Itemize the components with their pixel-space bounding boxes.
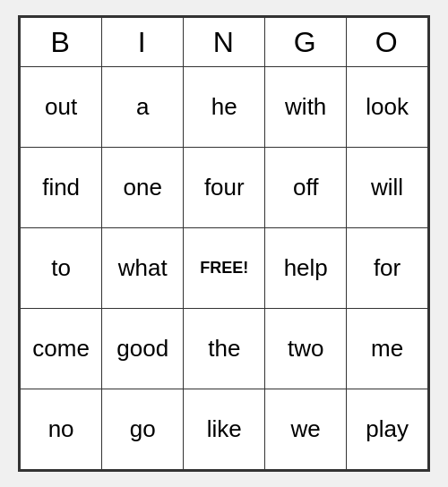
table-cell: four <box>184 148 265 228</box>
table-cell: help <box>265 228 347 309</box>
table-cell: go <box>102 389 184 470</box>
table-cell: good <box>102 309 184 389</box>
header-n: N <box>184 18 265 67</box>
table-cell: look <box>347 67 428 148</box>
table-cell: to <box>21 228 102 309</box>
bingo-table: B I N G O outahewithlookfindonefouroffwi… <box>20 17 428 470</box>
table-row: findonefouroffwill <box>21 148 428 228</box>
bingo-body: outahewithlookfindonefouroffwilltowhatFR… <box>21 67 428 470</box>
table-cell: with <box>265 67 347 148</box>
table-cell: he <box>184 67 265 148</box>
table-cell: for <box>347 228 428 309</box>
table-cell: we <box>265 389 347 470</box>
table-cell: no <box>21 389 102 470</box>
header-row: B I N G O <box>21 18 428 67</box>
table-cell: will <box>347 148 428 228</box>
header-o: O <box>347 18 428 67</box>
table-cell: out <box>21 67 102 148</box>
header-i: I <box>102 18 184 67</box>
table-row: comegoodthetwome <box>21 309 428 389</box>
header-g: G <box>265 18 347 67</box>
table-cell: find <box>21 148 102 228</box>
table-cell: the <box>184 309 265 389</box>
table-cell: FREE! <box>184 228 265 309</box>
table-cell: come <box>21 309 102 389</box>
table-cell: play <box>347 389 428 470</box>
bingo-card: B I N G O outahewithlookfindonefouroffwi… <box>18 15 430 472</box>
table-cell: a <box>102 67 184 148</box>
table-cell: two <box>265 309 347 389</box>
table-cell: like <box>184 389 265 470</box>
table-row: outahewithlook <box>21 67 428 148</box>
table-row: towhatFREE!helpfor <box>21 228 428 309</box>
header-b: B <box>21 18 102 67</box>
table-cell: off <box>265 148 347 228</box>
table-row: nogolikeweplay <box>21 389 428 470</box>
table-cell: me <box>347 309 428 389</box>
table-cell: one <box>102 148 184 228</box>
table-cell: what <box>102 228 184 309</box>
